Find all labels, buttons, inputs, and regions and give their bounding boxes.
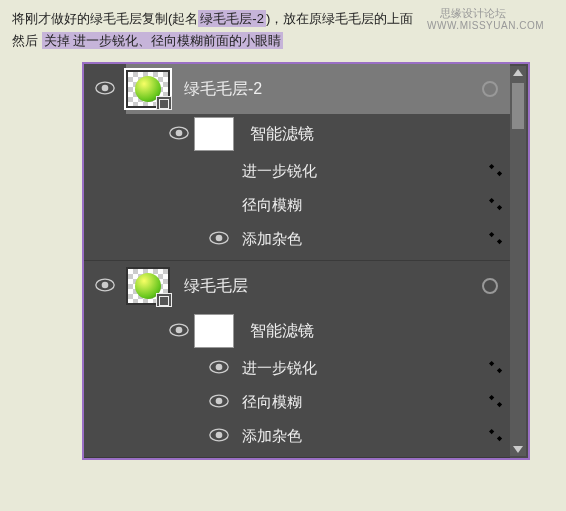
- visibility-toggle[interactable]: [204, 428, 234, 445]
- smart-filters-label: 智能滤镜: [250, 321, 510, 342]
- layer-thumbnail[interactable]: [126, 267, 170, 305]
- filter-mask-thumbnail[interactable]: [194, 314, 234, 348]
- text: 然后: [12, 33, 38, 48]
- slider-icon: [487, 428, 505, 442]
- eye-icon: [209, 428, 229, 442]
- filter-item[interactable]: 径向模糊: [84, 385, 510, 419]
- filter-name: 径向模糊: [242, 196, 486, 215]
- watermark-url: WWW.MISSYUAN.COM: [427, 20, 544, 31]
- visibility-toggle[interactable]: [92, 278, 118, 295]
- eye-icon: [95, 278, 115, 292]
- smart-filters-header[interactable]: 智能滤镜: [84, 114, 510, 154]
- eye-icon: [169, 126, 189, 140]
- eye-icon: [209, 394, 229, 408]
- layer-name[interactable]: 绿毛毛层-2: [184, 79, 482, 100]
- eye-icon: [209, 231, 229, 245]
- filter-item[interactable]: 进一步锐化: [84, 154, 510, 188]
- layer-name[interactable]: 绿毛毛层: [184, 276, 482, 297]
- layers-panel: 绿毛毛层-2智能滤镜进一步锐化径向模糊添加杂色绿毛毛层智能滤镜进一步锐化径向模糊…: [82, 62, 530, 460]
- text: )，放在原绿毛毛层的上面: [266, 11, 413, 26]
- visibility-toggle[interactable]: [164, 323, 194, 340]
- highlight-text: 关掉 进一步锐化、径向模糊前面的小眼睛: [42, 32, 284, 49]
- blend-options-icon[interactable]: [482, 81, 498, 97]
- scroll-down-icon[interactable]: [513, 446, 523, 453]
- slider-icon: [487, 197, 505, 211]
- visibility-toggle[interactable]: [164, 126, 194, 143]
- filter-options-button[interactable]: [486, 163, 506, 180]
- scrollbar[interactable]: [510, 66, 526, 456]
- filter-options-button[interactable]: [486, 360, 506, 377]
- filter-options-button[interactable]: [486, 231, 506, 248]
- filter-name: 添加杂色: [242, 427, 486, 446]
- eye-icon: [95, 81, 115, 95]
- visibility-toggle[interactable]: [204, 394, 234, 411]
- highlight-text: 绿毛毛层-2: [198, 10, 266, 27]
- blend-options-icon[interactable]: [482, 278, 498, 294]
- filter-item[interactable]: 添加杂色: [84, 222, 510, 256]
- watermark-text: 思缘设计论坛: [440, 6, 506, 21]
- smart-object-icon: [156, 96, 172, 110]
- filter-item[interactable]: 添加杂色: [84, 419, 510, 453]
- filter-options-button[interactable]: [486, 394, 506, 411]
- filter-item[interactable]: 径向模糊: [84, 188, 510, 222]
- filter-item[interactable]: 进一步锐化: [84, 351, 510, 385]
- smart-object-icon: [156, 293, 172, 307]
- visibility-toggle[interactable]: [204, 231, 234, 248]
- filter-name: 径向模糊: [242, 393, 486, 412]
- visibility-toggle[interactable]: [92, 81, 118, 98]
- layer-row[interactable]: 绿毛毛层: [84, 261, 510, 311]
- layer-group: 绿毛毛层-2智能滤镜进一步锐化径向模糊添加杂色: [84, 64, 510, 261]
- slider-icon: [487, 394, 505, 408]
- filter-name: 进一步锐化: [242, 359, 486, 378]
- slider-icon: [487, 360, 505, 374]
- layer-row[interactable]: 绿毛毛层-2: [84, 64, 510, 114]
- slider-icon: [487, 163, 505, 177]
- visibility-toggle[interactable]: [204, 360, 234, 377]
- smart-filters-label: 智能滤镜: [250, 124, 510, 145]
- eye-icon: [169, 323, 189, 337]
- filter-options-button[interactable]: [486, 197, 506, 214]
- layer-thumbnail[interactable]: [126, 70, 170, 108]
- filter-name: 进一步锐化: [242, 162, 486, 181]
- filter-mask-thumbnail[interactable]: [194, 117, 234, 151]
- smart-filters-header[interactable]: 智能滤镜: [84, 311, 510, 351]
- layer-group: 绿毛毛层智能滤镜进一步锐化径向模糊添加杂色: [84, 261, 510, 458]
- scroll-up-icon[interactable]: [513, 69, 523, 76]
- slider-icon: [487, 231, 505, 245]
- filter-options-button[interactable]: [486, 428, 506, 445]
- eye-icon: [209, 360, 229, 374]
- scroll-thumb[interactable]: [512, 83, 524, 129]
- filter-name: 添加杂色: [242, 230, 486, 249]
- text: 将刚才做好的绿毛毛层复制(起名: [12, 11, 198, 26]
